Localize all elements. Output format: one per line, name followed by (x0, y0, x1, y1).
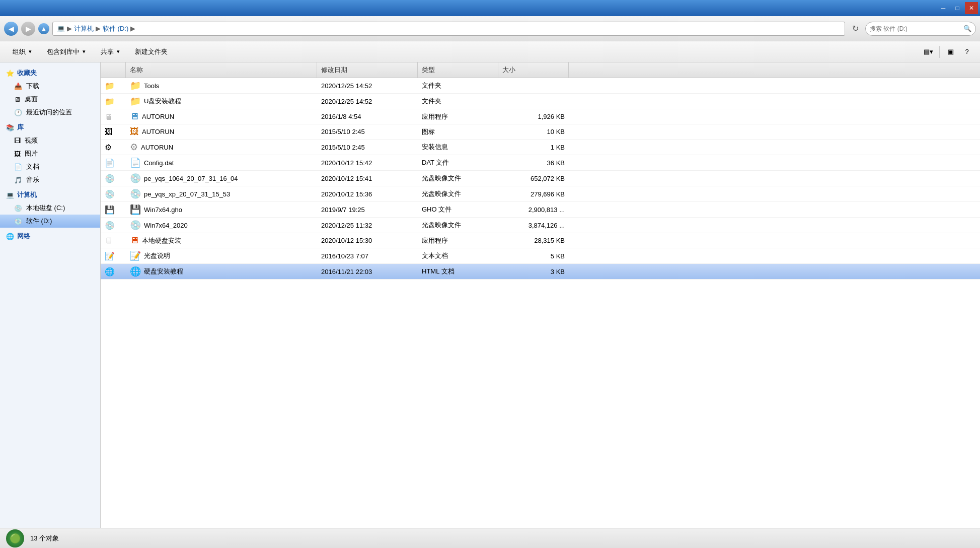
file-row-size: 1,926 KB (498, 110, 569, 123)
address-path: 💻 ▶ 计算机 ▶ 软件 (D:) ▶ (52, 22, 845, 36)
file-row-size: 652,072 KB (498, 172, 569, 185)
sidebar-header-computer[interactable]: 💻 计算机 (0, 188, 100, 201)
file-row-name-cell: 💾 Win7x64.gho (126, 202, 317, 217)
search-input[interactable] (870, 25, 963, 32)
col-header-date[interactable]: 修改日期 (317, 62, 418, 78)
sidebar-item-recent[interactable]: 🕐 最近访问的位置 (0, 106, 100, 119)
sidebar-item-downloads[interactable]: 📥 下载 (0, 80, 100, 93)
share-label: 共享 (101, 47, 114, 56)
file-row-icon-cell: 📝 (101, 249, 126, 263)
file-row-icon-cell: 💿 (101, 187, 126, 201)
table-row[interactable]: 🖥 🖥 本地硬盘安装 2020/10/12 15:30 应用程序 28,315 … (101, 233, 980, 248)
table-row[interactable]: 📝 📝 光盘说明 2016/10/23 7:07 文本文档 5 KB (101, 248, 980, 264)
file-row-date: 2016/10/23 7:07 (317, 250, 418, 262)
network-label: 网络 (17, 232, 30, 241)
help-button[interactable]: ? (960, 45, 974, 59)
sidebar-item-music[interactable]: 🎵 音乐 (0, 173, 100, 186)
file-row-icon-cell: ⚙ (101, 140, 126, 155)
preview-pane-button[interactable]: ▣ (944, 45, 958, 59)
file-row-type: 文本文档 (418, 249, 498, 263)
file-row-date: 2020/12/25 11:32 (317, 219, 418, 232)
file-name: Win7x64_2020 (144, 222, 188, 229)
table-row[interactable]: 🖼 🖼 AUTORUN 2015/5/10 2:45 图标 10 KB (101, 124, 980, 140)
table-row[interactable]: 💾 💾 Win7x64.gho 2019/9/7 19:25 GHO 文件 2,… (101, 202, 980, 218)
path-drive[interactable]: 软件 (D:) (103, 24, 128, 33)
file-row-date: 2020/12/25 14:52 (317, 80, 418, 92)
sidebar-item-drive-c[interactable]: 💿 本地磁盘 (C:) (0, 201, 100, 215)
table-row[interactable]: 📁 📁 U盘安装教程 2020/12/25 14:52 文件夹 (101, 94, 980, 109)
file-row-icon-cell: 💿 (101, 218, 126, 233)
sidebar-item-documents[interactable]: 📄 文档 (0, 160, 100, 173)
file-icon: ⚙ (130, 142, 138, 153)
file-row-size: 36 KB (498, 157, 569, 169)
downloads-icon: 📥 (14, 83, 22, 90)
file-row-size: 279,696 KB (498, 188, 569, 200)
table-row[interactable]: 🖥 🖥 AUTORUN 2016/1/8 4:54 应用程序 1,926 KB (101, 109, 980, 124)
file-name: 光盘说明 (144, 251, 170, 260)
path-icon: 💻 (57, 25, 65, 32)
file-row-size (498, 83, 569, 88)
sidebar-header-network[interactable]: 🌐 网络 (0, 230, 100, 243)
back-button[interactable]: ◀ (4, 22, 18, 36)
file-row-name-cell: 📄 Config.dat (126, 155, 317, 170)
organize-button[interactable]: 组织 ▾ (6, 44, 38, 59)
sidebar-header-library[interactable]: 📚 库 (0, 121, 100, 134)
file-row-type: 文件夹 (418, 79, 498, 93)
file-row-date: 2020/10/12 15:41 (317, 172, 418, 185)
file-name: AUTORUN (142, 113, 174, 120)
file-name: pe_yqs_xp_20_07_31_15_53 (144, 190, 230, 198)
drive-c-label: 本地磁盘 (C:) (26, 203, 65, 213)
col-header-name[interactable]: 名称 (126, 62, 317, 78)
sidebar-item-pictures[interactable]: 🖼 图片 (0, 147, 100, 160)
file-icon: 🖥 (130, 111, 139, 122)
table-row[interactable]: 💿 💿 pe_yqs_xp_20_07_31_15_53 2020/10/12 … (101, 186, 980, 202)
sidebar-item-drive-d[interactable]: 💿 软件 (D:) (0, 215, 100, 228)
drive-d-icon: 💿 (14, 218, 22, 225)
file-row-name-cell: 🖼 AUTORUN (126, 124, 317, 139)
table-row[interactable]: 📁 📁 Tools 2020/12/25 14:52 文件夹 (101, 78, 980, 94)
search-icon[interactable]: 🔍 (963, 25, 971, 32)
share-dropdown-icon: ▾ (117, 48, 120, 55)
file-icon: 🖥 (130, 235, 139, 246)
file-row-date: 2020/10/12 15:30 (317, 234, 418, 247)
col-header-icon[interactable] (101, 62, 126, 78)
minimize-button[interactable]: ─ (937, 2, 950, 14)
path-computer[interactable]: 计算机 (74, 24, 94, 33)
include-in-lib-button[interactable]: 包含到库中 ▾ (40, 44, 92, 59)
file-row-icon-cell: 🌐 (101, 264, 126, 279)
file-icon: 📄 (130, 157, 141, 168)
table-row[interactable]: 🌐 🌐 硬盘安装教程 2016/11/21 22:03 HTML 文档 3 KB (101, 264, 980, 280)
table-row[interactable]: 💿 💿 pe_yqs_1064_20_07_31_16_04 2020/10/1… (101, 171, 980, 186)
file-name: Win7x64.gho (144, 206, 182, 214)
file-name: 本地硬盘安装 (142, 236, 181, 245)
file-row-icon-cell: 🖥 (101, 110, 126, 124)
file-icon: 📁 (130, 80, 141, 91)
drive-c-icon: 💿 (14, 204, 22, 212)
close-button[interactable]: ✕ (965, 2, 978, 14)
file-row-name-cell: 📁 U盘安装教程 (126, 94, 317, 109)
forward-button[interactable]: ▶ (21, 22, 35, 36)
view-options-button[interactable]: ▤ ▾ (921, 45, 935, 59)
file-icon: 💿 (130, 173, 141, 184)
file-row-date: 2020/12/25 14:52 (317, 95, 418, 108)
col-header-type[interactable]: 类型 (418, 62, 498, 78)
maximize-button[interactable]: □ (951, 2, 964, 14)
table-row[interactable]: 💿 💿 Win7x64_2020 2020/12/25 11:32 光盘映像文件… (101, 218, 980, 233)
new-folder-button[interactable]: 新建文件夹 (128, 44, 174, 59)
sidebar-item-videos[interactable]: 🎞 视频 (0, 134, 100, 147)
desktop-icon: 🖥 (14, 96, 21, 103)
file-row-icon-cell: 📁 (101, 79, 126, 93)
recent-icon: 🕐 (14, 109, 22, 116)
sidebar-section-network: 🌐 网络 (0, 230, 100, 243)
col-header-size[interactable]: 大小 (498, 62, 569, 78)
share-button[interactable]: 共享 ▾ (94, 44, 126, 59)
table-row[interactable]: ⚙ ⚙ AUTORUN 2015/5/10 2:45 安装信息 1 KB (101, 140, 980, 155)
sidebar-header-favorites[interactable]: ⭐ 收藏夹 (0, 66, 100, 80)
up-button[interactable]: ▲ (38, 23, 49, 34)
file-row-date: 2015/5/10 2:45 (317, 125, 418, 138)
file-row-date: 2020/10/12 15:36 (317, 188, 418, 200)
refresh-button[interactable]: ↻ (848, 22, 862, 36)
sidebar-item-desktop[interactable]: 🖥 桌面 (0, 93, 100, 106)
table-row[interactable]: 📄 📄 Config.dat 2020/10/12 15:42 DAT 文件 3… (101, 155, 980, 171)
file-row-name-cell: 🖥 AUTORUN (126, 109, 317, 124)
